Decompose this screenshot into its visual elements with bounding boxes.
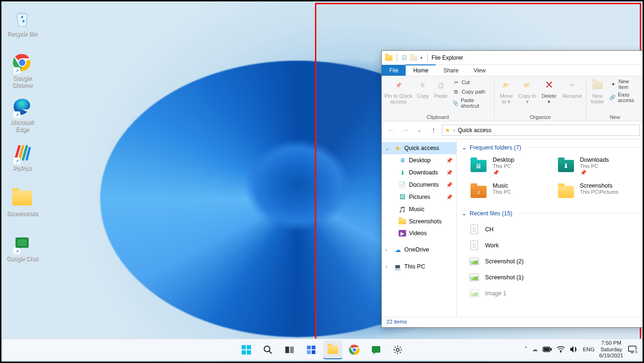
ribbon-new-folder[interactable]: New folder (589, 77, 607, 105)
folder-tile-music[interactable]: ♪ MusicThis PC (469, 182, 557, 201)
chevron-down-icon: ⌄ (462, 144, 467, 151)
ribbon-paste[interactable]: 📋 Paste (432, 77, 449, 100)
recent-file-work[interactable]: Work (469, 237, 643, 253)
tray-volume-icon[interactable] (570, 346, 578, 353)
taskbar-task-view[interactable] (280, 340, 299, 359)
svg-rect-4 (17, 239, 27, 246)
folder-tile-downloads[interactable]: ⬇ DownloadsThis PC📌 (557, 157, 643, 176)
titlebar[interactable]: ☑ ▾ File Explorer (382, 51, 643, 65)
chrome-icon: ↗ (11, 51, 33, 74)
breadcrumb-quick-access[interactable]: Quick access (458, 127, 491, 134)
tray-language[interactable]: ENG (583, 347, 595, 352)
taskbar-settings[interactable] (388, 340, 407, 359)
qat-dropdown-icon[interactable]: ▾ (420, 55, 423, 60)
nav-up-button[interactable]: ↑ (428, 125, 439, 136)
label: Rename (563, 93, 582, 99)
ribbon-copy-to[interactable]: 📂 Copy to ▾ (518, 77, 538, 106)
menu-file[interactable]: File (382, 65, 406, 76)
folder-tile-desktop[interactable]: 🖥 DesktopThis PC📌 (469, 157, 557, 176)
nav-documents[interactable]: 📄Documents📌 (382, 179, 456, 191)
ribbon-rename[interactable]: ✏ Rename (560, 77, 584, 100)
nav-forward-button[interactable]: → (400, 125, 411, 136)
desktop-icon-edge[interactable]: ↗ Microsoft Edge (4, 95, 40, 133)
taskbar[interactable]: ˄ ☁ ENG 7:50 PM Saturday 6/19/2021 5 (3, 339, 641, 360)
nav-recent-dropdown[interactable]: ⌄ (414, 125, 425, 136)
folder-tile-screenshots[interactable]: ScreenshotsThis PC\Pictures (557, 182, 643, 201)
nav-this-pc[interactable]: ›💻This PC (382, 260, 456, 273)
tray-clock[interactable]: 7:50 PM Saturday 6/19/2021 (599, 340, 623, 359)
recent-file-screenshot-2[interactable]: Screenshot (2) (469, 253, 643, 269)
folder-icon (557, 182, 575, 201)
menubar: File Home Share View (382, 65, 643, 76)
taskbar-chrome[interactable] (345, 340, 364, 359)
chevron-down-icon[interactable]: ⌄ (385, 146, 391, 151)
nav-downloads[interactable]: ⬇Downloads📌 (382, 166, 456, 179)
svg-point-19 (396, 348, 399, 351)
document-icon (469, 224, 479, 235)
section-frequent-folders[interactable]: ⌄ Frequent folders (7) (460, 142, 643, 155)
chevron-right-icon[interactable]: › (385, 247, 391, 253)
pin-icon: 📌 (446, 194, 453, 200)
ribbon-easy-access[interactable]: 🔗Easy access (608, 91, 640, 103)
nav-onedrive[interactable]: ›☁OneDrive (382, 244, 456, 256)
desktop-icon-google-chat[interactable]: ↗ Google Chat (4, 232, 40, 262)
nav-pictures[interactable]: 🖼Pictures📌 (382, 191, 456, 203)
menu-share[interactable]: Share (436, 65, 466, 76)
label: Copy (417, 93, 429, 99)
tray-wifi-icon[interactable] (557, 346, 565, 353)
taskbar-search[interactable] (259, 340, 277, 359)
icon-label: PicPick (4, 165, 40, 172)
desktop-icon-recycle-bin[interactable]: Recycle Bin (4, 7, 40, 38)
recent-file-image-1[interactable]: Image 1 (469, 285, 643, 301)
recent-file-ch[interactable]: CH (469, 221, 643, 237)
qat-newfolder-icon[interactable] (410, 55, 417, 61)
ribbon-pin-to-quick-access[interactable]: 📌 Pin to Quick access (384, 77, 413, 105)
address-bar[interactable]: ★ › Quick access (442, 125, 640, 136)
section-recent-files[interactable]: ⌄ Recent files (15) (460, 208, 643, 221)
svg-point-9 (264, 346, 270, 352)
recent-file-screenshot-1[interactable]: Screenshot (1) (469, 269, 643, 285)
ribbon-paste-shortcut[interactable]: 📎Paste shortcut (451, 97, 491, 109)
document-icon (469, 240, 479, 251)
ribbon-copy[interactable]: ⎘ Copy (414, 77, 431, 100)
taskbar-file-explorer[interactable] (323, 340, 342, 359)
nav-back-button[interactable]: ← (385, 125, 397, 136)
navigation-pane[interactable]: ⌄ ★ Quick access 🖥Desktop📌 ⬇Downloads📌 📄… (382, 139, 457, 317)
desktop-icon-picpick[interactable]: ↗ PicPick (4, 142, 40, 172)
nav-music[interactable]: 🎵Music (382, 203, 456, 215)
nav-quick-access[interactable]: ⌄ ★ Quick access (382, 142, 456, 154)
nav-desktop[interactable]: 🖥Desktop📌 (382, 154, 456, 166)
desktop-icon: 🖥 (399, 157, 406, 164)
nav-videos[interactable]: ▶Videos (382, 228, 456, 239)
ribbon-move-to[interactable]: 📂 Move to ▾ (496, 77, 517, 106)
main-pane[interactable]: ⌄ Frequent folders (7) 🖥 DesktopThis PC📌… (457, 139, 643, 317)
pin-icon: 📌 (446, 158, 453, 164)
icon-label: Recycle Bin (4, 31, 40, 38)
menu-view[interactable]: View (466, 65, 493, 76)
svg-rect-8 (247, 350, 251, 355)
taskbar-widgets[interactable] (302, 340, 321, 359)
separator (397, 54, 397, 62)
ribbon-cut[interactable]: ✂Cut (451, 78, 491, 87)
delete-icon: ✕ (542, 78, 556, 92)
nav-screenshots[interactable]: Screenshots (382, 215, 456, 228)
desktop-icon-screenshots[interactable]: Screenshots (4, 187, 40, 217)
ribbon-group-clipboard: Clipboard (384, 114, 492, 120)
desktop[interactable]: Recycle Bin ↗ Google Chrome ↗ Microsoft … (1, 1, 643, 362)
taskbar-google-chat[interactable] (367, 340, 385, 359)
ribbon-delete[interactable]: ✕ Delete ▾ (538, 77, 559, 106)
desktop-icon-chrome[interactable]: ↗ Google Chrome (4, 51, 40, 89)
ribbon-new-item[interactable]: ✦New item (608, 78, 640, 90)
tray-overflow-icon[interactable]: ˄ (525, 346, 527, 353)
file-explorer-window[interactable]: ☑ ▾ File Explorer File Home Share View 📌… (381, 50, 643, 328)
new-folder-icon (590, 78, 605, 92)
tray-notifications-icon[interactable]: 5 (628, 346, 636, 353)
label: Move to ▾ (497, 93, 516, 105)
start-button[interactable] (237, 340, 256, 359)
tray-onedrive-icon[interactable]: ☁ (532, 346, 538, 353)
menu-home[interactable]: Home (406, 64, 436, 76)
tray-battery-icon[interactable] (542, 347, 552, 352)
chevron-right-icon[interactable]: › (385, 264, 391, 269)
ribbon-copy-path[interactable]: ⧉Copy path (451, 87, 491, 96)
qat-properties-icon[interactable]: ☑ (402, 55, 407, 61)
